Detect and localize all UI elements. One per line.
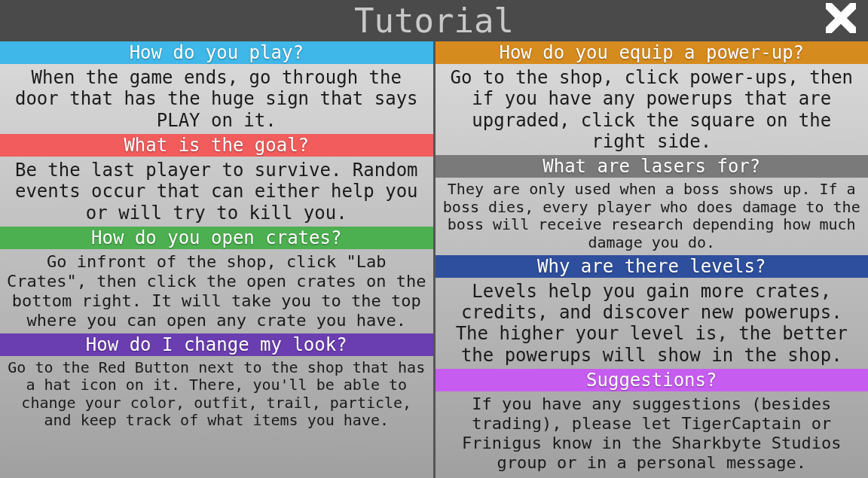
left-column: How do you play? When the game ends, go … <box>0 41 436 478</box>
right-column: How do you equip a power-up? Go to the s… <box>436 41 869 478</box>
close-icon <box>826 2 856 41</box>
section-title: How do I change my look? <box>0 333 433 356</box>
section-body: Go to the Red Button next to the shop th… <box>0 356 433 433</box>
section-suggestions: Suggestions? If you have any suggestions… <box>436 369 869 476</box>
section-body: Levels help you gain more crates, credit… <box>436 278 869 369</box>
section-body: They are only used when a boss shows up.… <box>436 178 869 254</box>
section-body: Be the last player to survive. Random ev… <box>0 157 433 227</box>
columns: How do you play? When the game ends, go … <box>0 41 868 478</box>
section-how-play: How do you play? When the game ends, go … <box>0 41 433 134</box>
section-title: Why are there levels? <box>436 255 869 278</box>
section-title: Suggestions? <box>436 369 869 391</box>
section-levels: Why are there levels? Levels help you ga… <box>436 255 869 369</box>
section-open-crates: How do you open crates? Go infront of th… <box>0 227 433 333</box>
section-body: Go infront of the shop, click "Lab Crate… <box>0 249 433 333</box>
section-title: How do you play? <box>0 41 433 64</box>
section-body: If you have any suggestions (besides tra… <box>436 391 869 476</box>
tutorial-header: Tutorial <box>0 0 868 41</box>
section-equip-powerup: How do you equip a power-up? Go to the s… <box>436 41 869 155</box>
page-title: Tutorial <box>354 2 514 40</box>
section-title: What are lasers for? <box>436 155 869 178</box>
section-body: Go to the shop, click power-ups, then if… <box>436 64 869 155</box>
section-lasers: What are lasers for? They are only used … <box>436 155 869 254</box>
section-body: When the game ends, go through the door … <box>0 64 433 134</box>
close-button[interactable] <box>823 3 859 39</box>
section-title: How do you equip a power-up? <box>436 41 869 64</box>
section-goal: What is the goal? Be the last player to … <box>0 134 433 227</box>
section-change-look: How do I change my look? Go to the Red B… <box>0 333 433 433</box>
section-title: What is the goal? <box>0 134 433 157</box>
section-title: How do you open crates? <box>0 227 433 249</box>
